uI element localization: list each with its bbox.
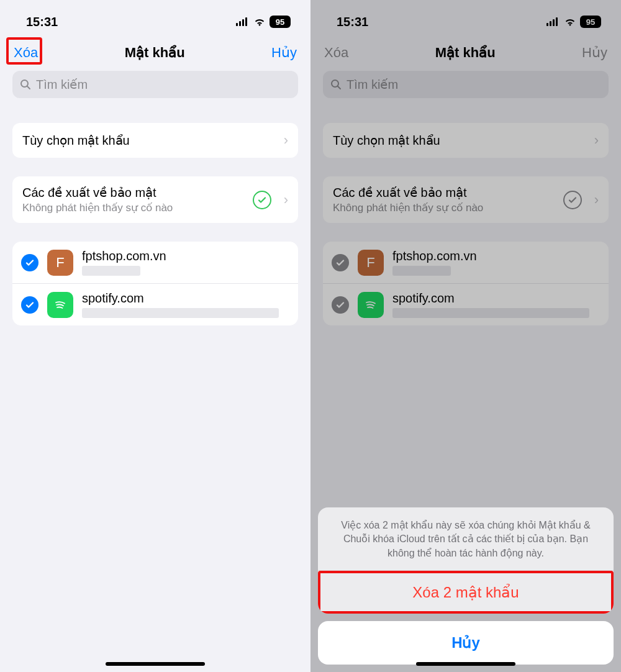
checkmark-circle-icon [563, 191, 582, 209]
password-list: F fptshop.com.vn spotify.com [323, 242, 609, 325]
security-subtitle: Không phát hiện thấy sự cố nào [22, 201, 173, 214]
search-input: Tìm kiếm [323, 71, 609, 98]
svg-rect-7 [546, 23, 548, 26]
password-username-redacted [392, 266, 451, 276]
search-placeholder: Tìm kiếm [347, 77, 398, 92]
battery-badge: 95 [580, 16, 601, 28]
svg-rect-0 [236, 23, 238, 26]
password-site: fptshop.com.vn [392, 249, 600, 263]
svg-rect-1 [239, 21, 241, 26]
wifi-icon [564, 17, 576, 26]
signal-icon [546, 17, 560, 26]
action-sheet-message: Việc xóa 2 mật khẩu này sẽ xóa chúng khỏ… [318, 507, 614, 570]
security-recommendations-row: Các đề xuất về bảo mật Không phát hiện t… [323, 176, 609, 223]
password-site: fptshop.com.vn [82, 249, 289, 263]
confirm-delete-button[interactable]: Xóa 2 mật khẩu [318, 570, 614, 614]
password-options-row[interactable]: Tùy chọn mật khẩu › [12, 123, 298, 158]
status-time: 15:31 [26, 15, 58, 29]
search-placeholder: Tìm kiếm [36, 77, 88, 92]
svg-rect-10 [556, 17, 558, 26]
chevron-right-icon: › [284, 132, 288, 148]
wifi-icon [253, 17, 266, 26]
status-bar: 15:31 95 [310, 0, 621, 35]
signal-icon [236, 17, 250, 26]
password-options-label: Tùy chọn mật khẩu [333, 133, 440, 148]
cancel-button: Hủy [582, 45, 607, 61]
search-input[interactable]: Tìm kiếm [12, 71, 298, 98]
site-icon: F [47, 250, 73, 276]
chevron-right-icon: › [594, 192, 599, 208]
password-options-row: Tùy chọn mật khẩu › [323, 123, 609, 158]
options-group: Tùy chọn mật khẩu › [12, 123, 298, 158]
password-row: spotify.com [323, 283, 609, 325]
nav-title: Mật khẩu [125, 45, 185, 61]
svg-line-12 [338, 86, 340, 89]
security-group: Các đề xuất về bảo mật Không phát hiện t… [323, 176, 609, 223]
cancel-button[interactable]: Hủy [271, 45, 297, 61]
search-icon [20, 79, 31, 90]
security-subtitle: Không phát hiện thấy sự cố nào [333, 201, 483, 214]
selected-checkmark-icon [332, 296, 349, 314]
confirm-delete-label: Xóa 2 mật khẩu [412, 584, 519, 601]
password-username-redacted [82, 308, 279, 318]
spotify-icon [47, 292, 73, 318]
action-sheet: Việc xóa 2 mật khẩu này sẽ xóa chúng khỏ… [318, 507, 614, 665]
security-recommendations-row[interactable]: Các đề xuất về bảo mật Không phát hiện t… [12, 176, 298, 223]
password-row: F fptshop.com.vn [323, 242, 609, 283]
home-indicator[interactable] [416, 662, 515, 666]
site-icon: F [358, 250, 384, 276]
nav-title: Mật khẩu [435, 45, 496, 61]
action-sheet-body: Việc xóa 2 mật khẩu này sẽ xóa chúng khỏ… [318, 507, 614, 614]
status-bar: 15:31 95 [0, 0, 310, 35]
screen-confirm-delete: 15:31 95 Xóa Mật khẩu Hủy Tìm kiếm Tùy c… [310, 0, 621, 672]
security-title: Các đề xuất về bảo mật [333, 185, 483, 200]
password-username-redacted [392, 308, 589, 318]
svg-rect-3 [245, 17, 247, 26]
password-list: F fptshop.com.vn spotify.com [12, 242, 298, 325]
selected-checkmark-icon[interactable] [21, 254, 39, 271]
search-icon [330, 79, 342, 90]
security-text: Các đề xuất về bảo mật Không phát hiện t… [22, 185, 173, 214]
chevron-right-icon: › [594, 132, 599, 148]
spotify-icon [358, 292, 384, 318]
svg-line-5 [27, 86, 30, 89]
svg-rect-8 [550, 21, 551, 26]
password-text: spotify.com [82, 291, 289, 318]
password-site: spotify.com [392, 291, 600, 306]
svg-rect-9 [553, 19, 555, 26]
status-indicators: 95 [236, 16, 291, 28]
password-row[interactable]: spotify.com [12, 283, 298, 325]
options-group: Tùy chọn mật khẩu › [323, 123, 609, 158]
selected-checkmark-icon [332, 254, 349, 271]
chevron-right-icon: › [284, 192, 288, 208]
home-indicator[interactable] [106, 662, 205, 666]
password-username-redacted [82, 266, 140, 276]
password-site: spotify.com [82, 291, 289, 306]
sheet-cancel-button[interactable]: Hủy [318, 621, 614, 665]
password-text: fptshop.com.vn [82, 249, 289, 276]
svg-rect-2 [242, 19, 244, 26]
checkmark-circle-icon [253, 191, 271, 209]
nav-bar: Xóa Mật khẩu Hủy [0, 35, 310, 71]
security-text: Các đề xuất về bảo mật Không phát hiện t… [333, 185, 483, 214]
nav-bar: Xóa Mật khẩu Hủy [310, 35, 621, 71]
security-title: Các đề xuất về bảo mật [22, 185, 173, 200]
search-container: Tìm kiếm [310, 71, 621, 104]
status-indicators: 95 [546, 16, 601, 28]
selected-checkmark-icon[interactable] [21, 296, 39, 314]
password-options-label: Tùy chọn mật khẩu [22, 133, 130, 148]
password-text: fptshop.com.vn [392, 249, 600, 276]
battery-badge: 95 [270, 16, 291, 28]
search-container: Tìm kiếm [0, 71, 310, 104]
security-group: Các đề xuất về bảo mật Không phát hiện t… [12, 176, 298, 223]
sheet-cancel-label: Hủy [451, 634, 480, 652]
password-row[interactable]: F fptshop.com.vn [12, 242, 298, 283]
screen-edit-mode: 15:31 95 Xóa Mật khẩu Hủy Tìm kiếm Tùy c… [0, 0, 310, 672]
delete-button: Xóa [324, 45, 348, 61]
delete-button[interactable]: Xóa [14, 45, 38, 60]
status-time: 15:31 [337, 15, 368, 29]
password-text: spotify.com [392, 291, 600, 318]
